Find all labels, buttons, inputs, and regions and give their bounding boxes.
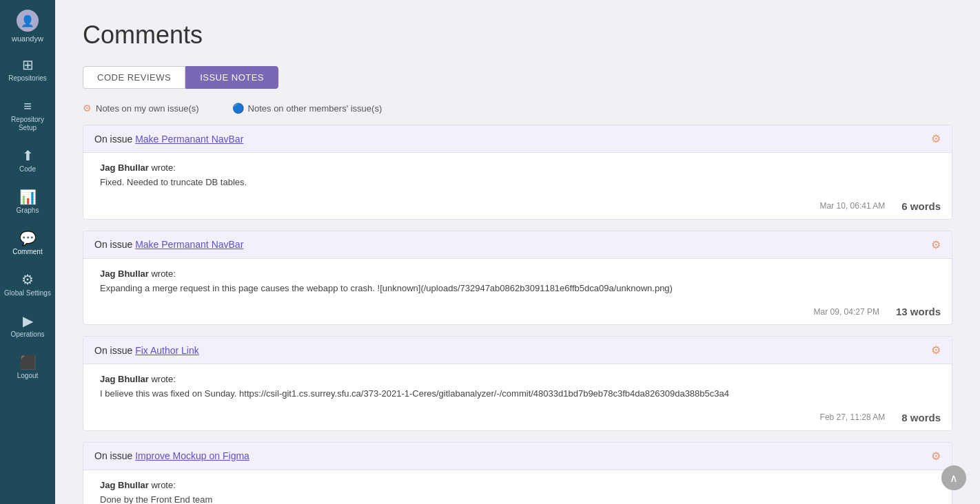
comment-author: Jag Bhullar wrote: <box>100 269 941 279</box>
card-body: Jag Bhullar wrote: Fixed. Needed to trun… <box>83 153 952 196</box>
comment-text: Done by the Front End team <box>100 493 941 505</box>
content-area: Comments CODE REVIEWS ISSUE NOTES ⚙ Note… <box>55 0 980 504</box>
legend-others: 🔵 Notes on other members' issue(s) <box>232 103 382 114</box>
scroll-top-button[interactable]: ∧ <box>941 465 966 490</box>
logout-icon: ⬛ <box>19 355 37 369</box>
card-header: On issue Make Permanant NavBar ⚙ <box>83 231 952 259</box>
sidebar-item-label: Graphs <box>17 207 39 215</box>
page-title: Comments <box>83 21 952 50</box>
user-profile[interactable]: 👤 wuandyw <box>0 0 55 50</box>
word-count: 13 words <box>896 306 941 317</box>
card-header: On issue Improve Mockup on Figma ⚙ <box>83 443 952 470</box>
comment-card: On issue Make Permanant NavBar ⚙ Jag Bhu… <box>83 125 952 220</box>
sidebar-item-label: Code <box>19 165 36 174</box>
legend-others-text: Notes on other members' issue(s) <box>248 103 382 114</box>
tab-issue-notes[interactable]: ISSUE NOTES <box>185 66 278 89</box>
sidebar: 👤 wuandyw ⊞ Repositories ≡ Repository Se… <box>0 0 55 504</box>
sidebar-item-global-settings[interactable]: ⚙ Global Settings <box>0 264 55 306</box>
sidebar-item-logout[interactable]: ⬛ Logout <box>0 347 55 388</box>
legend-own-icon: ⚙ <box>83 103 92 114</box>
comment-timestamp: Feb 27, 11:28 AM <box>94 412 885 422</box>
comment-timestamp: Mar 10, 06:41 AM <box>94 201 885 211</box>
tab-bar: CODE REVIEWS ISSUE NOTES <box>83 66 952 89</box>
card-gear-icon[interactable]: ⚙ <box>931 132 941 145</box>
sidebar-item-label: Operations <box>11 330 45 339</box>
card-body: Jag Bhullar wrote: I believe this was fi… <box>83 364 952 408</box>
sidebar-item-label: Global Settings <box>4 289 51 297</box>
legend-own: ⚙ Notes on my own issue(s) <box>83 103 199 114</box>
word-count: 6 words <box>901 200 941 212</box>
legend-others-icon: 🔵 <box>232 103 244 114</box>
code-icon: ⬆ <box>22 149 34 162</box>
sidebar-item-label: Repository Setup <box>3 116 52 132</box>
card-issue-title: On issue Improve Mockup on Figma <box>94 450 249 461</box>
global-settings-icon: ⚙ <box>21 273 34 286</box>
comment-text: Fixed. Needed to truncate DB tables. <box>100 176 941 189</box>
tab-code-reviews[interactable]: CODE REVIEWS <box>83 66 185 89</box>
card-issue-title: On issue Make Permanant NavBar <box>94 134 243 145</box>
comment-card: On issue Make Permanant NavBar ⚙ Jag Bhu… <box>83 231 952 326</box>
legend-own-text: Notes on my own issue(s) <box>96 103 199 114</box>
card-header: On issue Fix Author Link ⚙ <box>83 337 952 364</box>
sidebar-item-repository-setup[interactable]: ≡ Repository Setup <box>0 91 55 140</box>
operations-icon: ▶ <box>23 314 33 328</box>
word-count: 8 words <box>901 412 941 423</box>
card-gear-icon[interactable]: ⚙ <box>931 450 941 463</box>
sidebar-item-operations[interactable]: ▶ Operations <box>0 306 55 347</box>
issue-link[interactable]: Improve Mockup on Figma <box>135 450 249 461</box>
card-footer: Feb 27, 11:28 AM 8 words <box>83 408 952 430</box>
comment-author: Jag Bhullar wrote: <box>100 374 941 384</box>
card-gear-icon[interactable]: ⚙ <box>931 344 941 357</box>
comment-author: Jag Bhullar wrote: <box>100 480 941 490</box>
card-issue-title: On issue Make Permanant NavBar <box>94 239 243 250</box>
sidebar-item-label: Repositories <box>8 74 47 83</box>
sidebar-item-label: Logout <box>17 372 39 380</box>
card-gear-icon[interactable]: ⚙ <box>931 238 941 251</box>
issue-link[interactable]: Fix Author Link <box>135 345 199 356</box>
graphs-icon: 📊 <box>19 190 37 204</box>
comment-author: Jag Bhullar wrote: <box>100 162 941 173</box>
card-issue-title: On issue Fix Author Link <box>94 345 199 356</box>
username: wuandyw <box>12 34 43 43</box>
comment-text: I believe this was fixed on Sunday. http… <box>100 387 941 401</box>
issue-link[interactable]: Make Permanant NavBar <box>135 239 243 250</box>
card-footer: Mar 09, 04:27 PM 13 words <box>83 302 952 324</box>
issue-link[interactable]: Make Permanant NavBar <box>135 134 243 145</box>
card-body: Jag Bhullar wrote: Expanding a merge req… <box>83 259 952 302</box>
comments-list: On issue Make Permanant NavBar ⚙ Jag Bhu… <box>83 125 952 504</box>
legend: ⚙ Notes on my own issue(s) 🔵 Notes on ot… <box>83 103 952 114</box>
comment-icon: 💬 <box>19 231 37 245</box>
avatar: 👤 <box>17 10 39 32</box>
card-footer: Mar 10, 06:41 AM 6 words <box>83 196 952 219</box>
sidebar-item-graphs[interactable]: 📊 Graphs <box>0 182 55 223</box>
main-content: Comments CODE REVIEWS ISSUE NOTES ⚙ Note… <box>55 0 980 504</box>
comment-card: On issue Improve Mockup on Figma ⚙ Jag B… <box>83 442 952 505</box>
sidebar-item-label: Comment <box>12 248 42 256</box>
comment-card: On issue Fix Author Link ⚙ Jag Bhullar w… <box>83 336 952 431</box>
comment-timestamp: Mar 09, 04:27 PM <box>94 307 879 317</box>
card-body: Jag Bhullar wrote: Done by the Front End… <box>83 470 952 505</box>
repository-setup-icon: ≡ <box>23 99 32 113</box>
card-header: On issue Make Permanant NavBar ⚙ <box>83 125 952 153</box>
sidebar-item-comment[interactable]: 💬 Comment <box>0 223 55 264</box>
repositories-icon: ⊞ <box>22 58 34 72</box>
sidebar-item-code[interactable]: ⬆ Code <box>0 140 55 182</box>
sidebar-item-repositories[interactable]: ⊞ Repositories <box>0 50 55 91</box>
comment-text: Expanding a merge request in this page c… <box>100 282 941 295</box>
